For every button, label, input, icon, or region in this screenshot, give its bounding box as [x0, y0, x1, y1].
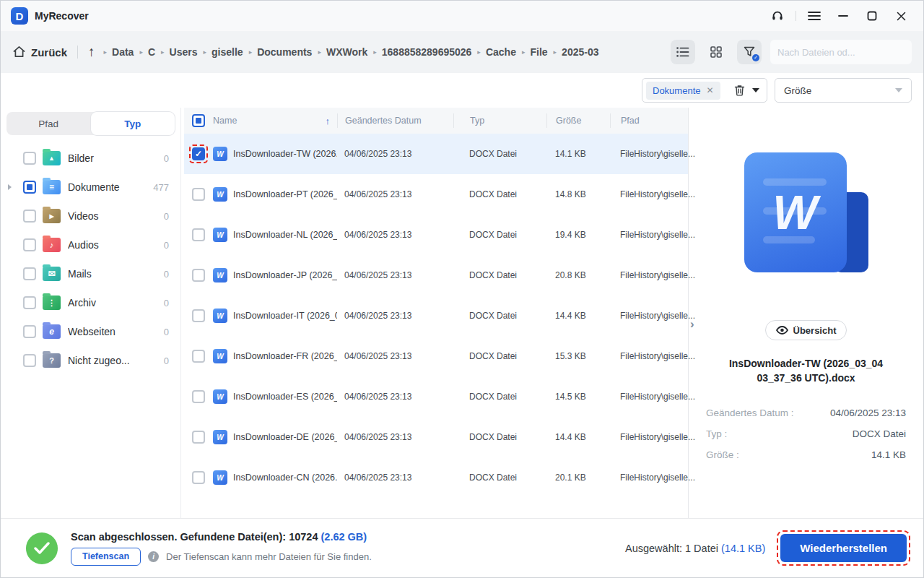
table-row[interactable]: W InsDownloader-DE (2026_... 04/06/2025 …	[184, 417, 688, 457]
column-header-size[interactable]: Größe	[546, 113, 610, 128]
row-checkbox-marker	[189, 266, 208, 285]
file-type-label: Webseiten	[68, 326, 157, 337]
breadcrumb-label[interactable]: Users	[170, 46, 198, 58]
row-checkbox[interactable]	[192, 188, 205, 201]
column-header-date[interactable]: Geändertes Datum	[337, 113, 453, 128]
type-checkbox[interactable]	[23, 210, 36, 223]
select-all-checkbox[interactable]	[192, 114, 205, 127]
maximize-button[interactable]	[860, 5, 884, 27]
file-name: InsDownloader-JP (2026_...	[233, 270, 337, 280]
row-checkbox-marker	[189, 144, 208, 163]
breadcrumb-label[interactable]: File	[530, 46, 547, 58]
close-button[interactable]	[889, 5, 913, 27]
sidebar-item[interactable]: Mails 0	[1, 259, 180, 288]
up-directory-button[interactable]: ↑	[88, 44, 95, 60]
deep-scan-button[interactable]: Tiefenscan	[71, 548, 141, 566]
type-checkbox[interactable]	[23, 354, 36, 367]
file-path: FileHistory\giselle...	[610, 149, 695, 159]
row-checkbox[interactable]	[192, 471, 205, 484]
sort-ascending-icon[interactable]: ↑	[326, 116, 331, 126]
file-type-icon	[43, 151, 61, 165]
column-header-type[interactable]: Typ	[453, 113, 546, 128]
filter-chip-label: Dokumente	[653, 85, 700, 96]
recover-button[interactable]: Wiederherstellen	[780, 534, 907, 562]
info-icon: i	[148, 551, 159, 562]
grid-view-button[interactable]	[704, 40, 728, 64]
sort-dropdown[interactable]: Größe	[775, 78, 912, 103]
tab-typ[interactable]: Typ	[91, 112, 175, 135]
row-checkbox[interactable]	[192, 228, 205, 241]
type-checkbox[interactable]	[23, 238, 36, 251]
row-checkbox[interactable]	[192, 147, 205, 160]
file-type-label: Audios	[68, 239, 157, 251]
support-headset-icon[interactable]	[765, 5, 790, 27]
search-box[interactable]	[770, 40, 912, 64]
row-checkbox[interactable]	[192, 390, 205, 403]
list-view-button[interactable]	[671, 40, 695, 64]
type-checkbox[interactable]	[23, 325, 36, 338]
type-checkbox[interactable]	[23, 152, 36, 165]
sidebar-item[interactable]: Audios 0	[1, 230, 180, 259]
preview-filename: InsDownloader-TW (2026_03_04 03_37_36 UT…	[706, 356, 906, 386]
back-home-button[interactable]: Zurück	[12, 46, 67, 59]
tab-pfad[interactable]: Pfad	[6, 112, 91, 135]
filter-button[interactable]: ✓	[737, 40, 762, 64]
type-checkbox[interactable]	[23, 267, 36, 280]
sidebar-item[interactable]: Archiv 0	[1, 288, 180, 317]
collapse-panel-icon[interactable]: ›	[690, 317, 694, 332]
titlebar-divider	[796, 11, 796, 21]
sidebar-item[interactable]: Videos 0	[1, 202, 180, 230]
table-row[interactable]: W InsDownloader-NL (2026_... 04/06/2025 …	[184, 215, 688, 255]
table-row[interactable]: W InsDownloader-IT (2026_0... 04/06/2025…	[184, 296, 688, 336]
remove-filter-icon[interactable]: ✕	[706, 85, 713, 95]
breadcrumb-label[interactable]: 2025-03	[562, 46, 598, 58]
trash-icon[interactable]	[734, 85, 745, 96]
breadcrumb-label[interactable]: giselle	[212, 46, 243, 58]
filter-chip-dokumente[interactable]: Dokumente ✕	[646, 82, 720, 100]
selection-summary: Ausgewählt: 1 Datei (14.1 KB)	[625, 543, 765, 554]
file-type-icon	[43, 180, 61, 194]
row-checkbox[interactable]	[192, 309, 205, 322]
type-checkbox[interactable]	[23, 181, 36, 194]
row-checkbox[interactable]	[192, 431, 205, 444]
sidebar-item[interactable]: Webseiten 0	[1, 317, 180, 346]
sidebar-item[interactable]: Bilder 0	[1, 144, 180, 173]
breadcrumb-label[interactable]: Documents	[257, 46, 312, 58]
breadcrumb-item: ▸ 1688858289695026	[373, 46, 471, 58]
row-checkbox[interactable]	[192, 269, 205, 282]
breadcrumb-label[interactable]: 1688858289695026	[382, 46, 472, 58]
row-checkbox[interactable]	[192, 350, 205, 363]
breadcrumb-label[interactable]: WXWork	[326, 46, 367, 58]
table-row[interactable]: W InsDownloader-CN (2026... 04/06/2025 2…	[184, 457, 688, 498]
file-name: InsDownloader-ES (2026_...	[233, 392, 337, 402]
table-row[interactable]: W InsDownloader-PT (2026_... 04/06/2025 …	[184, 174, 688, 215]
breadcrumb-label[interactable]: Data	[112, 46, 134, 58]
column-header-name[interactable]: Name ↑	[213, 113, 337, 128]
row-checkbox-marker	[189, 347, 208, 366]
active-filters-dropdown[interactable]: Dokumente ✕	[642, 78, 767, 103]
table-row[interactable]: W InsDownloader-JP (2026_... 04/06/2025 …	[184, 255, 688, 296]
search-input[interactable]	[777, 47, 905, 58]
expand-arrow-icon[interactable]	[8, 184, 12, 190]
sidebar-item[interactable]: Dokumente 477	[1, 173, 180, 202]
file-type-count: 0	[164, 211, 169, 222]
type-checkbox[interactable]	[23, 296, 36, 309]
word-file-icon: W	[213, 268, 227, 282]
back-label: Zurück	[31, 46, 67, 59]
table-row[interactable]: W InsDownloader-TW (2026... 04/06/2025 2…	[184, 134, 688, 174]
minimize-button[interactable]	[831, 5, 855, 27]
column-header-path[interactable]: Pfad	[610, 113, 688, 128]
table-row[interactable]: W InsDownloader-ES (2026_... 04/06/2025 …	[184, 376, 688, 417]
file-date: 04/06/2025 23:13	[337, 230, 453, 240]
file-type-icon	[43, 296, 61, 310]
word-file-icon: W	[213, 187, 227, 202]
sidebar-item[interactable]: Nicht zugeo... 0	[1, 346, 180, 375]
menu-hamburger-icon[interactable]	[802, 5, 827, 27]
word-file-icon: W	[213, 389, 227, 404]
table-row[interactable]: W InsDownloader-FR (2026_... 04/06/2025 …	[184, 336, 688, 376]
overview-button[interactable]: Übersicht	[765, 320, 847, 340]
chevron-down-icon[interactable]	[752, 88, 759, 92]
file-size: 14.5 KB	[546, 392, 610, 402]
breadcrumb-label[interactable]: C	[148, 46, 155, 58]
breadcrumb-label[interactable]: Cache	[486, 46, 516, 58]
